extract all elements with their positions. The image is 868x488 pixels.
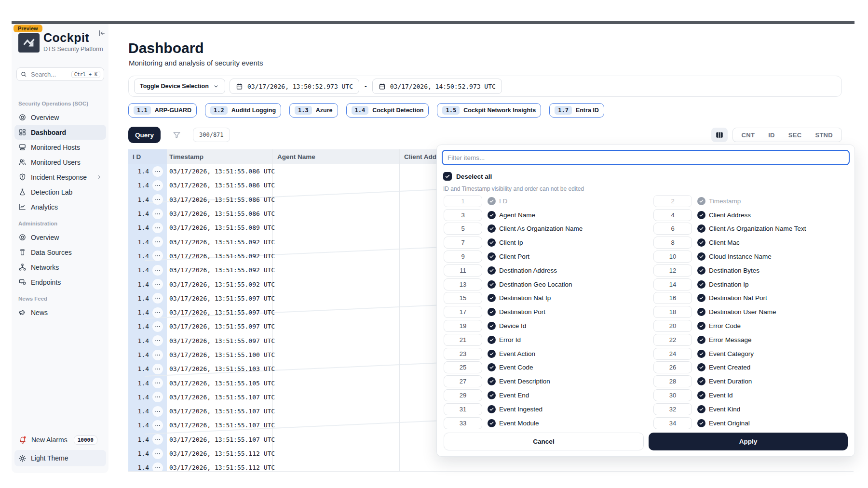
column-order-input[interactable]: 19 bbox=[444, 320, 482, 332]
device-selection-button[interactable]: Toggle Device Selection bbox=[134, 79, 225, 94]
sidebar-item-endpoints[interactable]: Endpoints bbox=[14, 275, 106, 290]
checkbox-checked-icon[interactable] bbox=[488, 252, 496, 261]
column-order-input[interactable]: 17 bbox=[444, 306, 482, 318]
column-order-input[interactable]: 32 bbox=[653, 403, 692, 415]
column-order-input[interactable]: 25 bbox=[444, 361, 482, 373]
column-order-input[interactable]: 28 bbox=[653, 375, 692, 387]
sidebar-item-incident-response[interactable]: Incident Response bbox=[14, 170, 106, 185]
device-chip-arp-guard[interactable]: 1.1 ARP-GUARD bbox=[128, 103, 197, 118]
column-order-input[interactable]: 30 bbox=[653, 389, 692, 401]
column-order-input[interactable]: 21 bbox=[444, 334, 482, 346]
column-header-id[interactable]: I D bbox=[128, 149, 167, 164]
row-actions-button[interactable] bbox=[152, 209, 163, 219]
collapse-sidebar-icon[interactable] bbox=[97, 29, 106, 38]
row-actions-button[interactable] bbox=[152, 251, 163, 261]
column-order-input[interactable]: 9 bbox=[444, 251, 482, 263]
row-actions-button[interactable] bbox=[152, 194, 163, 205]
column-order-input[interactable]: 16 bbox=[653, 292, 692, 304]
checkbox-checked-icon[interactable] bbox=[488, 350, 496, 358]
row-actions-button[interactable] bbox=[152, 364, 163, 374]
sidebar-item-networks[interactable]: Networks bbox=[14, 260, 106, 275]
checkbox-checked-icon[interactable] bbox=[488, 266, 496, 275]
row-actions-button[interactable] bbox=[152, 392, 163, 402]
checkbox-checked-icon[interactable] bbox=[697, 211, 705, 219]
sidebar-item-news[interactable]: News bbox=[14, 305, 106, 320]
device-chip-azure[interactable]: 1.3 Azure bbox=[289, 103, 338, 118]
row-actions-button[interactable] bbox=[152, 448, 163, 459]
row-actions-button[interactable] bbox=[152, 420, 163, 431]
query-button[interactable]: Query bbox=[128, 127, 161, 143]
search-box[interactable]: Ctrl + K bbox=[16, 67, 104, 81]
checkbox-checked-icon[interactable] bbox=[697, 322, 705, 330]
date-from-button[interactable]: 03/17/2026, 13:50:52.973 UTC bbox=[230, 79, 359, 94]
row-actions-button[interactable] bbox=[152, 279, 163, 290]
checkbox-checked-icon[interactable] bbox=[697, 391, 705, 399]
checkbox-checked-icon[interactable] bbox=[697, 224, 705, 233]
row-actions-button[interactable] bbox=[152, 180, 163, 191]
view-mode-cnt[interactable]: CNT bbox=[735, 132, 762, 139]
column-order-input[interactable]: 18 bbox=[653, 306, 692, 318]
sidebar-item-overview[interactable]: Overview bbox=[14, 230, 106, 245]
sidebar-item-overview[interactable]: Overview bbox=[14, 110, 106, 125]
column-order-input[interactable]: 33 bbox=[444, 417, 482, 429]
device-chip-entra-id[interactable]: 1.7 Entra ID bbox=[549, 103, 604, 118]
checkbox-checked-icon[interactable] bbox=[697, 238, 705, 247]
column-order-input[interactable]: 23 bbox=[444, 348, 482, 360]
row-actions-button[interactable] bbox=[152, 265, 163, 276]
checkbox-checked-icon[interactable] bbox=[697, 377, 705, 385]
checkbox-checked-icon[interactable] bbox=[697, 405, 705, 413]
checkbox-checked-icon[interactable] bbox=[697, 294, 705, 302]
device-chip-auditd-logging[interactable]: 1.2 Auditd Logging bbox=[205, 103, 281, 118]
checkbox-checked-icon[interactable] bbox=[488, 211, 496, 219]
row-actions-button[interactable] bbox=[152, 223, 163, 233]
column-order-input[interactable]: 11 bbox=[444, 264, 482, 277]
row-actions-button[interactable] bbox=[152, 335, 163, 346]
column-order-input[interactable]: 15 bbox=[444, 292, 482, 304]
column-order-input[interactable]: 7 bbox=[444, 237, 482, 249]
sidebar-item-monitored-hosts[interactable]: Monitored Hosts bbox=[14, 140, 106, 155]
column-order-input[interactable]: 13 bbox=[444, 278, 482, 290]
column-order-input[interactable]: 24 bbox=[653, 348, 692, 360]
row-actions-button[interactable] bbox=[152, 434, 163, 445]
deselect-all-control[interactable]: Deselect all bbox=[443, 172, 492, 181]
checkbox-checked-icon[interactable] bbox=[697, 308, 705, 316]
row-actions-button[interactable] bbox=[152, 462, 163, 472]
column-header-agent-name[interactable]: Agent Name bbox=[277, 149, 315, 164]
view-mode-id[interactable]: ID bbox=[761, 132, 782, 139]
column-order-input[interactable]: 29 bbox=[444, 389, 482, 401]
checkbox-checked-icon[interactable] bbox=[488, 377, 496, 385]
row-actions-button[interactable] bbox=[152, 406, 163, 417]
checkbox-checked-icon[interactable] bbox=[697, 419, 705, 427]
filter-funnel-icon[interactable] bbox=[172, 131, 181, 140]
checkbox-checked-icon[interactable] bbox=[488, 405, 496, 413]
column-order-input[interactable]: 6 bbox=[653, 223, 692, 235]
checkbox-checked-icon[interactable] bbox=[488, 224, 496, 233]
checkbox-checked-icon[interactable] bbox=[488, 363, 496, 371]
checkbox-checked-icon[interactable] bbox=[488, 280, 496, 289]
checkbox-checked-icon[interactable] bbox=[443, 172, 452, 181]
new-alarms-button[interactable]: New Alarms 10000 bbox=[14, 432, 106, 448]
checkbox-checked-icon[interactable] bbox=[488, 294, 496, 302]
row-actions-button[interactable] bbox=[152, 166, 163, 177]
sidebar-item-analytics[interactable]: Analytics bbox=[14, 199, 106, 214]
column-order-input[interactable]: 26 bbox=[653, 361, 692, 373]
sidebar-item-monitored-users[interactable]: Monitored Users bbox=[14, 155, 106, 170]
checkbox-checked-icon[interactable] bbox=[488, 238, 496, 247]
checkbox-checked-icon[interactable] bbox=[697, 336, 705, 344]
column-order-input[interactable]: 27 bbox=[444, 375, 482, 387]
row-actions-button[interactable] bbox=[152, 293, 163, 303]
checkbox-checked-icon[interactable] bbox=[697, 266, 705, 275]
column-order-input[interactable]: 3 bbox=[444, 209, 482, 221]
view-mode-sec[interactable]: SEC bbox=[782, 132, 809, 139]
column-settings-button[interactable] bbox=[711, 128, 728, 142]
column-order-input[interactable]: 34 bbox=[653, 417, 692, 429]
theme-toggle[interactable]: Light Theme bbox=[14, 450, 106, 466]
column-order-input[interactable]: 20 bbox=[653, 320, 692, 332]
column-order-input[interactable]: 31 bbox=[444, 403, 482, 415]
column-order-input[interactable]: 14 bbox=[653, 278, 692, 290]
column-order-input[interactable]: 22 bbox=[653, 334, 692, 346]
checkbox-checked-icon[interactable] bbox=[488, 419, 496, 427]
column-order-input[interactable]: 5 bbox=[444, 223, 482, 235]
row-actions-button[interactable] bbox=[152, 307, 163, 318]
column-order-input[interactable]: 4 bbox=[653, 209, 692, 221]
